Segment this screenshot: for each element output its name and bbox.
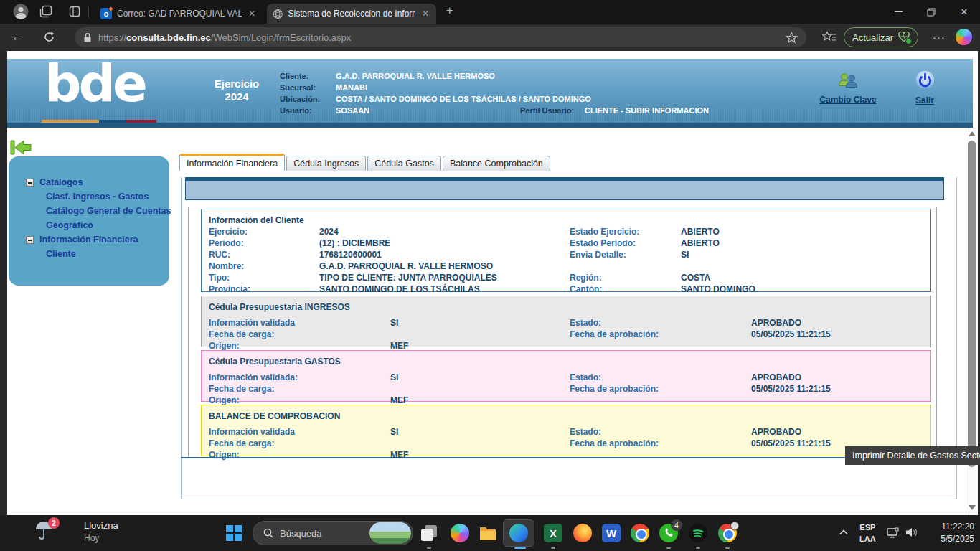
logo-underline-red bbox=[126, 120, 156, 123]
field-label: Estado: bbox=[570, 427, 601, 437]
tray-chevron-icon[interactable] bbox=[839, 529, 848, 535]
field-value: 05/05/2025 11:21:15 bbox=[751, 329, 831, 339]
power-icon bbox=[915, 70, 935, 90]
url-domain: consulta.bde.fin.ec bbox=[126, 32, 211, 43]
tab-informacion-financiera[interactable]: Información Financiera bbox=[179, 154, 285, 171]
tab-app-close-icon[interactable]: ✕ bbox=[420, 9, 430, 19]
window-close-button[interactable]: ✕ bbox=[950, 0, 979, 24]
new-tab-button[interactable]: + bbox=[446, 4, 453, 17]
clock-time: 11:22:20 bbox=[941, 522, 974, 532]
url-prefix: https:// bbox=[98, 32, 126, 43]
field-label: Fecha de carga: bbox=[209, 329, 274, 339]
task-view-button[interactable] bbox=[420, 524, 438, 542]
network-icon[interactable] bbox=[887, 527, 900, 540]
header-fields: Cliente:G.A.D. PARROQUIAL R. VALLE HERMO… bbox=[280, 70, 591, 116]
sidebar-item-label: Clasf. Ingresos - Gastos bbox=[46, 192, 149, 202]
volume-icon[interactable] bbox=[905, 527, 918, 538]
window-restore-button[interactable] bbox=[917, 0, 946, 24]
weather-condition[interactable]: Llovizna bbox=[84, 520, 118, 531]
tab-actions-icon[interactable] bbox=[69, 6, 80, 17]
salir-link[interactable]: Salir bbox=[900, 70, 950, 105]
ubicacion-label: Ubicación: bbox=[280, 93, 336, 105]
copilot-icon[interactable] bbox=[956, 29, 972, 45]
spotify-icon[interactable] bbox=[689, 524, 707, 542]
running-indicator bbox=[551, 547, 555, 549]
logo-underline-blue bbox=[99, 120, 126, 123]
browser-addressbar: ← https://consulta.bde.fin.ec/WebSim/Log… bbox=[0, 24, 980, 51]
field-value: SI bbox=[390, 427, 398, 437]
browser-menu-icon[interactable]: ··· bbox=[933, 31, 946, 43]
field-value: SI bbox=[390, 372, 398, 382]
sidebar-item-label: Catálogos bbox=[39, 177, 83, 187]
tab-cedula-gastos[interactable]: Cédula Gastos bbox=[367, 156, 441, 171]
scrollbar-up-arrow[interactable] bbox=[969, 131, 976, 136]
field-value: SI bbox=[390, 318, 398, 328]
tab-cedula-ingresos[interactable]: Cédula Ingresos bbox=[286, 156, 366, 171]
sidebar-item-informacion-financiera[interactable]: Información Financiera bbox=[9, 232, 169, 247]
window-minimize-button[interactable] bbox=[884, 0, 913, 24]
field-label: Fecha de aprobación: bbox=[570, 438, 659, 448]
profile-avatar-icon[interactable] bbox=[13, 4, 29, 19]
chrome-icon[interactable] bbox=[631, 524, 649, 542]
chrome-profile-icon[interactable] bbox=[718, 524, 737, 542]
actualizar-button[interactable]: Actualizar bbox=[844, 27, 918, 47]
window-edge-left bbox=[0, 51, 7, 515]
refresh-button[interactable] bbox=[43, 31, 55, 43]
edge-running-indicator bbox=[514, 547, 526, 549]
sidebar-item-clasf-ingresos-gastos[interactable]: Clasf. Ingresos - Gastos bbox=[9, 189, 169, 204]
field-value: MEF bbox=[390, 341, 408, 351]
tab-mail-close-icon[interactable]: ✕ bbox=[247, 9, 257, 19]
sidebar-item-catalogos[interactable]: Catálogos bbox=[9, 175, 169, 189]
search-highlight-image[interactable] bbox=[369, 522, 411, 544]
running-indicator bbox=[725, 547, 730, 549]
field-value: 2024 bbox=[319, 227, 339, 237]
taskbar-search[interactable]: Búsqueda bbox=[253, 521, 413, 545]
collapse-node-icon[interactable] bbox=[26, 179, 34, 187]
tab-separator bbox=[88, 6, 89, 18]
excel-icon[interactable]: X bbox=[544, 524, 562, 542]
file-explorer-icon[interactable] bbox=[479, 524, 497, 542]
favorites-icon[interactable] bbox=[822, 31, 837, 44]
field-label: Tipo: bbox=[209, 273, 230, 283]
logo-underline-orange bbox=[42, 120, 99, 123]
salir-label: Salir bbox=[900, 95, 950, 105]
tab-app[interactable]: Sistema de Recoleccion de Inform ✕ bbox=[267, 4, 436, 24]
sidebar-item-cliente[interactable]: Cliente bbox=[9, 247, 169, 261]
clock[interactable]: 11:22:20 5/5/2025 bbox=[927, 521, 974, 545]
scrollbar-thumb[interactable] bbox=[968, 141, 976, 467]
firefox-icon[interactable] bbox=[573, 524, 592, 542]
field-value: MEF bbox=[390, 450, 408, 460]
taskbar: 2 Llovizna Hoy Búsqueda X W bbox=[0, 515, 980, 551]
start-button[interactable] bbox=[226, 525, 242, 541]
workspaces-icon[interactable] bbox=[39, 5, 52, 18]
panel-title: Cédula Presupuestaria INGRESOS bbox=[209, 302, 350, 312]
sidebar-item-catalogo-general-cuentas[interactable]: Catálogo General de Cuentas bbox=[9, 204, 169, 218]
usuario-label: Usuario: bbox=[280, 105, 336, 116]
field-value: APROBADO bbox=[751, 372, 801, 382]
perfil-label: Perfil Usuario: bbox=[520, 105, 574, 116]
back-button[interactable]: ← bbox=[11, 30, 24, 44]
field-value: ABIERTO bbox=[681, 227, 720, 237]
field-label: Período: bbox=[209, 238, 244, 248]
field-label: Información validada: bbox=[209, 372, 298, 382]
cambio-clave-link[interactable]: Cambio Clave bbox=[812, 72, 884, 105]
taskbar-copilot-icon[interactable] bbox=[451, 524, 469, 542]
url-bar[interactable]: https://consulta.bde.fin.ec/WebSim/Login… bbox=[75, 27, 806, 47]
actualizar-label: Actualizar bbox=[852, 32, 893, 43]
tab-balance-comprobacion[interactable]: Balance Comprobación bbox=[443, 156, 550, 171]
taskbar-edge-icon[interactable] bbox=[509, 524, 528, 542]
word-icon[interactable]: W bbox=[602, 524, 621, 542]
tab-mail[interactable]: o Correo: GAD PARROQUIAL VALLE ✕ bbox=[95, 4, 263, 24]
sidebar-item-label: Geográfico bbox=[46, 220, 93, 230]
scrollbar-down-arrow[interactable] bbox=[969, 505, 976, 510]
bookmark-star-icon[interactable] bbox=[786, 32, 798, 44]
collapse-menu-arrow-icon[interactable] bbox=[10, 138, 32, 156]
language-indicator[interactable]: ESP LAA bbox=[859, 522, 876, 545]
sidebar-item-geografico[interactable]: Geográfico bbox=[9, 218, 169, 232]
field-value: ABIERTO bbox=[681, 238, 720, 248]
whatsapp-badge: 4 bbox=[671, 519, 682, 531]
collapse-node-icon[interactable] bbox=[26, 236, 34, 244]
field-label: Fecha de aprobación: bbox=[570, 384, 659, 394]
field-value: 1768120600001 bbox=[319, 250, 382, 260]
sidebar-item-label: Cliente bbox=[46, 249, 76, 259]
